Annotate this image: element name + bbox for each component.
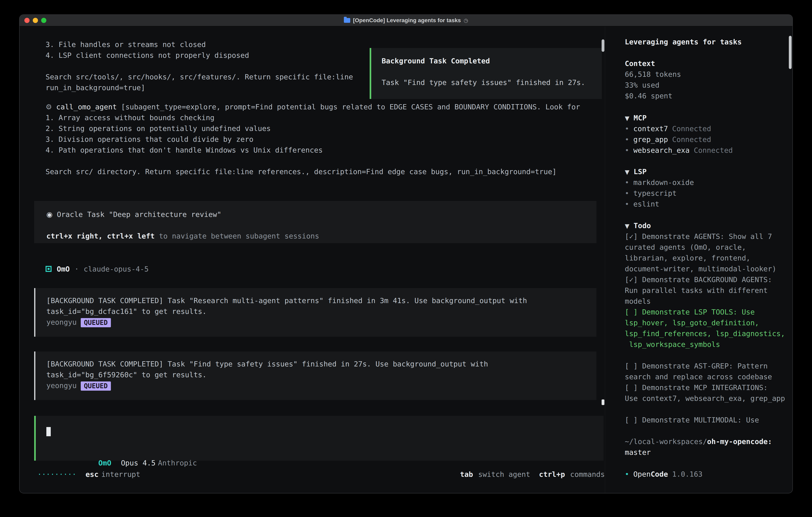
status-badge: QUEUED — [81, 318, 111, 327]
ctrl-p-key-label: commands — [570, 470, 605, 479]
lsp-item-name: typescript — [633, 189, 677, 197]
mcp-heading: MCP — [634, 114, 646, 122]
status-bar: ········· esc interrupt tab switch agent… — [37, 469, 605, 480]
mcp-section-toggle[interactable]: ▼MCP — [625, 113, 788, 124]
terminal-main-pane: 3. File handles or streams not closed 4.… — [20, 26, 605, 493]
ctrl-p-key-hint: ctrl+p — [539, 470, 565, 479]
input-meta-row: OmOOpus 4.5Anthropic — [46, 447, 197, 458]
todo-line: [ ] Demonstrate LSP TOOLS: Use — [625, 307, 788, 318]
terminal-line: 1. Array access without bounds checking — [46, 112, 580, 123]
lsp-section-toggle[interactable]: ▼LSP — [625, 166, 788, 177]
terminal-line: Search src/tools/, src/hooks/, src/featu… — [46, 72, 353, 82]
todo-line — [625, 404, 788, 415]
todo-line: lsp_workspace_symbols — [625, 339, 788, 350]
message-meta: yeongyuQUEUED — [46, 317, 597, 328]
terminal-line: 3. File handles or streams not closed — [46, 39, 353, 50]
mcp-item-status: Connected — [672, 125, 711, 133]
message-author: yeongyu — [46, 318, 77, 326]
tool-name: call_omo_agent — [56, 103, 117, 111]
context-tokens: 66,518 tokens — [625, 69, 788, 80]
mcp-item-status: Connected — [694, 146, 733, 154]
terminal-line: run_in_background=true] — [46, 82, 353, 93]
workspace-repo: oh-my-opencode: — [707, 437, 772, 446]
workspace-path-prefix: ~/local-workspaces/ — [625, 437, 707, 446]
bullet-icon: • — [625, 200, 629, 208]
folder-icon — [344, 18, 350, 23]
tool-call-block: ⚙call_omo_agent[subagent_type=explore, p… — [46, 102, 580, 177]
tab-key-hint: tab — [460, 470, 473, 479]
todo-line: Run parallel tasks with different — [625, 285, 788, 296]
todo-section-toggle[interactable]: ▼Todo — [625, 220, 788, 231]
desktop-background: [OpenCode] Leveraging agents for tasks ◷… — [0, 0, 812, 517]
close-window-button[interactable] — [24, 18, 30, 23]
lsp-item-name: markdown-oxide — [633, 178, 694, 187]
workspace-path: ~/local-workspaces/oh-my-opencode: — [625, 436, 788, 447]
todo-line: models — [625, 296, 788, 307]
esc-key-label: interrupt — [101, 470, 140, 479]
app-footer: •OpenCode1.0.163 — [625, 469, 788, 480]
message-line: task_id="bg_dcfac161" to get results. — [46, 306, 597, 317]
toast-body: Task "Find type safety issues" finished … — [382, 77, 585, 88]
background-task-toast: Background Task Completed Task "Find typ… — [370, 48, 602, 99]
input-agent-name: OmO — [98, 459, 111, 467]
agent-name: OmO — [57, 265, 70, 273]
bullet-icon: • — [625, 135, 629, 143]
tool-args: [subagent_type=explore, prompt=Find pote… — [121, 103, 580, 111]
status-bar-right: tab switch agent ctrl+p commands — [460, 470, 605, 479]
todo-section: ▼Todo [✓] Demonstrate AGENTS: Show all 7… — [625, 220, 788, 426]
todo-line: [ ] Demonstrate AST-GREP: Pattern — [625, 361, 788, 372]
todo-line: lsp_hover, lsp_goto_definition, — [625, 318, 788, 328]
zoom-window-button[interactable] — [41, 18, 46, 23]
clock-icon: ◷ — [464, 18, 468, 24]
oracle-task-panel: ◉Oracle Task "Deep architecture review" … — [34, 201, 597, 243]
sidebar-scrollbar-thumb[interactable] — [789, 36, 792, 69]
input-model: Opus 4.5 — [121, 459, 155, 467]
lsp-item-name: eslint — [633, 200, 659, 208]
mcp-item-status: Connected — [672, 135, 711, 143]
todo-line: [✓] Demonstrate BACKGROUND AGENTS: — [625, 274, 788, 285]
bullet-icon: • — [625, 470, 629, 478]
terminal-line — [46, 61, 353, 72]
bullet-icon: • — [625, 189, 629, 197]
lsp-item: •typescript — [625, 188, 788, 199]
bullet-icon: • — [625, 178, 629, 187]
window-controls — [20, 15, 46, 26]
message-line: [BACKGROUND TASK COMPLETED] Task "Find t… — [46, 359, 597, 370]
session-title: Leveraging agents for tasks — [625, 36, 788, 47]
esc-key-hint: esc — [86, 470, 98, 479]
todo-line: librarian, explore, frontend, — [625, 253, 788, 264]
terminal-window: [OpenCode] Leveraging agents for tasks ◷… — [19, 15, 793, 493]
oracle-task-title: ◉Oracle Task "Deep architecture review" — [46, 209, 222, 220]
todo-line: lsp_find_references, lsp_diagnostics, — [625, 328, 788, 339]
subagent-nav-hint: ctrl+x right, ctrl+x left to navigate be… — [46, 231, 319, 242]
scrollbar-thumb-bottom[interactable] — [602, 400, 604, 405]
window-title: [OpenCode] Leveraging agents for tasks — [353, 17, 461, 24]
agent-header: OmO · claude-opus-4-5 — [46, 264, 149, 274]
mcp-item: •websearch_exaConnected — [625, 145, 788, 156]
app-name-code: Code — [650, 470, 668, 478]
lsp-item: •markdown-oxide — [625, 177, 788, 188]
status-badge: QUEUED — [81, 381, 111, 391]
message-meta: yeongyuQUEUED — [46, 380, 597, 391]
todo-line: [ ] Demonstrate MULTIMODAL: Use — [625, 415, 788, 426]
todo-heading: Todo — [634, 221, 651, 230]
window-title-group: [OpenCode] Leveraging agents for tasks ◷ — [344, 17, 468, 24]
message-card: [BACKGROUND TASK COMPLETED] Task "Find t… — [34, 351, 597, 400]
gear-icon: ⚙ — [46, 103, 52, 111]
text-cursor — [46, 427, 51, 436]
minimize-window-button[interactable] — [33, 18, 38, 23]
titlebar[interactable]: [OpenCode] Leveraging agents for tasks ◷ — [20, 15, 792, 26]
workspace-branch: master — [625, 447, 788, 458]
bullet-icon: • — [625, 125, 629, 133]
record-icon: ◉ — [46, 210, 53, 219]
context-spent: $0.46 spent — [625, 90, 788, 101]
prompt-input[interactable]: OmOOpus 4.5Anthropic — [34, 416, 604, 461]
scrollbar-thumb-top[interactable] — [602, 39, 604, 52]
todo-line: curated agents (OmO, oracle, — [625, 242, 788, 253]
input-provider: Anthropic — [158, 459, 197, 467]
todo-line: Use context7, websearch_exa, grep_app — [625, 393, 788, 404]
message-line: [BACKGROUND TASK COMPLETED] Task "Resear… — [46, 295, 597, 306]
scrollback-block: 3. File handles or streams not closed 4.… — [46, 39, 353, 93]
agent-icon — [46, 266, 52, 272]
terminal-line — [46, 156, 580, 166]
